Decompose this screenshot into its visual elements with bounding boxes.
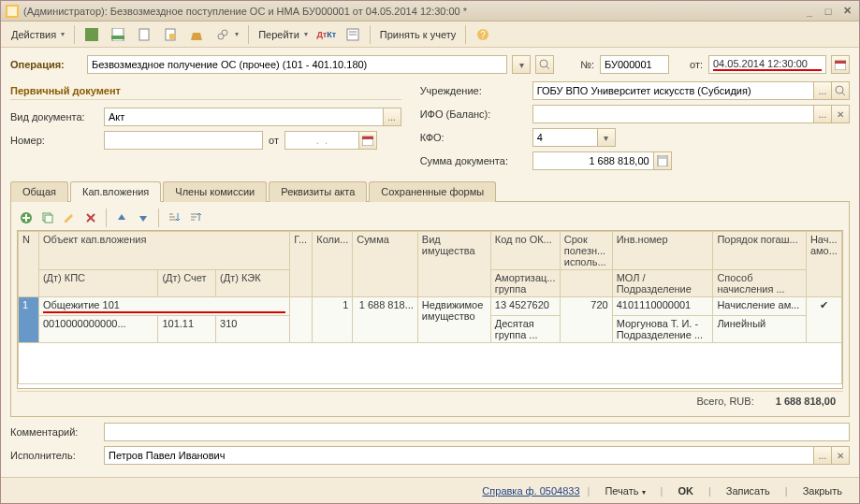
grid-add[interactable]	[17, 209, 36, 227]
svg-line-22	[842, 93, 845, 95]
operation-dropdown-button[interactable]: ▾	[512, 55, 531, 74]
footer-reference[interactable]: Справка ф. 0504833	[482, 485, 579, 497]
tool-icon-4[interactable]	[158, 24, 182, 45]
col-mol[interactable]: МОЛ / Подразделение	[612, 270, 713, 297]
col-kol[interactable]: Коли...	[313, 232, 353, 297]
sum-calc[interactable]	[653, 151, 672, 170]
link-icon	[215, 27, 230, 42]
tab-investments[interactable]: Кап.вложения	[70, 181, 161, 202]
tool-icon-3[interactable]	[132, 24, 156, 45]
ifo-field[interactable]	[532, 105, 814, 123]
ok-button[interactable]: OK	[670, 483, 701, 498]
save-button[interactable]: Записать	[719, 483, 778, 498]
minimize-button[interactable]: _	[801, 4, 818, 19]
svg-rect-4	[111, 36, 124, 39]
doctype-field[interactable]	[104, 108, 384, 126]
svg-rect-18	[835, 61, 846, 64]
col-n[interactable]: N	[19, 232, 39, 297]
org-label: Учреждение:	[420, 85, 532, 96]
tab-pane-investments: N Объект кап.вложения Г... Коли... Сумма…	[10, 202, 850, 417]
tab-general[interactable]: Общая	[10, 181, 68, 202]
tool-icon-8[interactable]	[341, 24, 365, 45]
org-field[interactable]	[532, 81, 814, 100]
col-nach[interactable]: Нач... амо...	[806, 232, 841, 297]
col-kod[interactable]: Код по ОК...	[490, 232, 560, 270]
comment-label: Комментарий:	[10, 426, 104, 438]
col-g[interactable]: Г...	[290, 232, 313, 297]
number-from-label: от	[269, 135, 279, 146]
number-label-top: №:	[580, 59, 594, 70]
doc-number-field[interactable]	[600, 55, 669, 74]
maximize-button[interactable]: □	[820, 4, 837, 19]
col-inv[interactable]: Инв.номер	[612, 232, 713, 270]
actions-menu[interactable]: Действия▾	[7, 24, 69, 45]
col-srok[interactable]: Срок полезн... исполь...	[560, 232, 612, 270]
grid-copy[interactable]	[38, 209, 57, 227]
accept-button[interactable]: Принять к учету	[375, 24, 461, 45]
tab-act[interactable]: Реквизиты акта	[269, 181, 367, 202]
svg-line-16	[547, 66, 549, 69]
help-button[interactable]: ?	[471, 24, 495, 45]
kfo-field[interactable]	[532, 128, 598, 147]
performer-lookup[interactable]: ...	[813, 446, 832, 465]
comment-field[interactable]	[104, 423, 850, 441]
close-window-button[interactable]: ✕	[838, 4, 855, 19]
tab-forms[interactable]: Сохраненные формы	[369, 181, 496, 202]
ifo-clear[interactable]: ✕	[831, 105, 850, 123]
col-obj[interactable]: Объект кап.вложения	[38, 232, 289, 270]
grid-edit[interactable]	[60, 209, 79, 227]
col-por[interactable]: Порядок погаш...	[713, 232, 807, 270]
number-date-picker[interactable]	[358, 131, 377, 150]
operation-select[interactable]	[87, 55, 507, 74]
close-button[interactable]: Закрыть	[795, 483, 850, 498]
col-sum[interactable]: Сумма	[353, 232, 418, 297]
ifo-label: ИФО (Баланс):	[420, 108, 532, 120]
dk-icon: ДтКт	[319, 27, 334, 42]
doctype-label: Вид документа:	[10, 111, 104, 122]
doc-icon	[110, 27, 125, 42]
tool-icon-1[interactable]	[80, 24, 104, 45]
primary-doc-section: Первичный документ	[10, 85, 401, 100]
sum-field[interactable]	[532, 151, 654, 170]
ifo-lookup[interactable]: ...	[813, 105, 832, 123]
goto-menu[interactable]: Перейти▾	[254, 24, 313, 45]
tool-icon-6[interactable]: ▾	[211, 24, 243, 45]
performer-clear[interactable]: ✕	[831, 446, 850, 465]
svg-point-21	[836, 86, 843, 94]
number-date-field[interactable]	[284, 131, 359, 150]
tool-icon-5[interactable]	[184, 24, 209, 45]
operation-lookup-button[interactable]	[535, 55, 554, 74]
col-kps[interactable]: (Дт) КПС	[38, 270, 158, 297]
performer-label: Исполнитель:	[10, 450, 104, 461]
table-row[interactable]: 1 Общежитие 101 1 1 688 818... Недвижимо…	[19, 297, 842, 316]
grid-down[interactable]	[134, 209, 153, 227]
org-open[interactable]	[831, 81, 850, 100]
kfo-dropdown[interactable]: ▾	[597, 128, 616, 147]
grid-delete[interactable]	[81, 209, 100, 227]
totals: Всего, RUB: 1 688 818,00	[17, 391, 843, 410]
doctype-lookup[interactable]: ...	[383, 108, 401, 126]
svg-rect-2	[85, 28, 98, 41]
col-sposob[interactable]: Способ начисления ...	[713, 270, 807, 297]
tool-icon-7[interactable]: ДтКт	[314, 24, 339, 45]
tab-commission[interactable]: Члены комиссии	[163, 181, 267, 202]
svg-rect-1	[7, 7, 17, 16]
col-vid[interactable]: Вид имущества	[417, 232, 490, 297]
col-kek[interactable]: (Дт) КЭК	[216, 270, 290, 297]
grid-sort-asc[interactable]	[165, 209, 183, 227]
col-amort[interactable]: Амортизац... группа	[490, 270, 560, 297]
number-field[interactable]	[104, 131, 263, 150]
number-label: Номер:	[10, 135, 104, 146]
performer-field[interactable]	[104, 446, 814, 465]
grid-sort-desc[interactable]	[186, 209, 205, 227]
tool-icon-2[interactable]	[106, 24, 130, 45]
svg-rect-29	[45, 215, 52, 223]
col-schet[interactable]: (Дт) Счет	[158, 270, 216, 297]
print-button[interactable]: Печать ▾	[597, 483, 652, 498]
svg-point-15	[540, 60, 547, 67]
date-picker-button[interactable]	[831, 55, 850, 74]
org-lookup[interactable]: ...	[813, 81, 832, 100]
grid[interactable]: N Объект кап.вложения Г... Коли... Сумма…	[17, 230, 843, 389]
doc-date-field[interactable]: 04.05.2014 12:30:00	[708, 55, 826, 74]
grid-up[interactable]	[112, 209, 131, 227]
